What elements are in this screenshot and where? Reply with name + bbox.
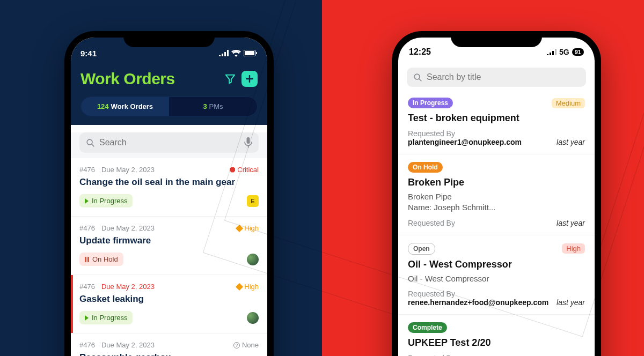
search-box[interactable] [79,132,259,153]
request-subtitle: Oil - West Compressor [408,273,585,284]
order-title: Gasket leaking [79,294,259,305]
card-top: OpenHigh [408,243,585,255]
network-label: 5G [559,48,569,56]
phone-frame-right: 12:25 5G 91 In ProgressMediumTest - brok… [392,31,601,356]
status-chip-in-progress: In Progress [79,194,133,207]
status-pill: Open [408,243,435,255]
requester-email: plantengineer1@onupkeep.com [408,138,522,146]
work-order-card[interactable]: #476Due May 2, 2023NoneReassemble gearbo… [71,333,267,356]
requester-email: renee.hernandez+food@onupkeep.com [408,298,548,307]
due-date: Due May 2, 2023 [101,341,155,349]
svg-rect-2 [256,52,257,54]
card-top: On Hold [408,162,585,173]
card-top: Complete [408,322,585,333]
page-title: Work Orders [80,70,175,88]
age-label: last year [557,219,585,227]
search-box[interactable] [407,68,586,87]
phone-notch [123,31,215,47]
requested-by: Requested Byrenee.hernandez+food@onupkee… [408,290,548,307]
request-card[interactable]: OpenHighOil - West CompressorOil - West … [398,235,595,315]
play-icon [85,315,89,321]
search-icon [413,73,422,82]
request-title: Test - broken equipment [408,113,585,124]
plus-icon [246,75,253,83]
battery-pill: 91 [572,48,584,56]
priority-icon [233,342,240,348]
request-title: Oil - West Compressor [408,259,585,270]
tab-label: PMs [209,102,223,110]
request-title: UPKEEP Test 2/20 [408,337,585,348]
tab-count: 124 [97,102,109,110]
priority-tag: None [233,341,259,349]
svg-rect-1 [245,51,254,55]
search-icon [86,138,95,147]
card-meta: #476Due May 2, 2023None [79,341,259,349]
card-footer: Requested Byplantengineer1@onupkeep.coml… [408,129,585,146]
severity-tag: High [562,243,585,254]
phone-notch [451,31,542,47]
status-chip-in-progress: In Progress [79,311,133,324]
wifi-icon [231,50,241,57]
card-meta: #476Due May 2, 2023High [79,283,259,291]
order-id: #476 [79,283,95,291]
search-input[interactable] [427,72,580,82]
order-id: #476 [79,166,95,174]
card-footer: Requested By [408,354,585,356]
card-footer: In Progress [79,311,259,324]
card-footer: Requested Byrenee.hernandez+food@onupkee… [408,290,585,307]
age-label: last year [557,138,585,146]
segment-control: 124Work Orders 3PMs [80,97,258,116]
request-title: Broken Pipe [408,177,585,188]
comparison-stage: 9:41 Work Orders [0,0,644,356]
assignee-avatar [247,312,259,324]
priority-icon [236,283,243,290]
header-dark: 9:41 Work Orders [71,38,267,125]
screen-right: 12:25 5G 91 In ProgressMediumTest - brok… [398,38,595,356]
status-time: 12:25 [409,47,431,57]
status-time: 9:41 [80,49,97,58]
status-bar: 9:41 [80,45,258,61]
tab-count: 3 [203,102,207,110]
request-subtitle: Broken PipeName: Joseph Schmitt... [408,191,585,213]
tab-work-orders[interactable]: 124Work Orders [81,97,169,116]
status-pill: Complete [408,322,447,333]
status-pill: On Hold [408,162,443,173]
severity-tag: Medium [552,98,585,108]
signal-icon [547,49,557,55]
due-date: Due May 2, 2023 [101,166,155,174]
order-id: #476 [79,341,95,349]
battery-icon [244,50,258,56]
priority-tag: High [237,283,259,291]
right-panel: 12:25 5G 91 In ProgressMediumTest - brok… [322,0,644,356]
card-footer: Requested Bylast year [408,219,585,227]
pause-icon [85,257,89,262]
order-id: #476 [79,224,95,232]
play-icon [85,198,89,204]
filter-icon[interactable] [224,73,236,85]
card-top: In ProgressMedium [408,98,585,108]
status-pill: In Progress [408,98,453,108]
work-order-card[interactable]: #476Due May 2, 2023HighGasket leakingIn … [71,275,267,333]
svg-point-5 [414,74,420,79]
tab-label: Work Orders [111,102,153,110]
add-button[interactable] [241,71,258,87]
status-indicators: 5G 91 [547,48,584,56]
status-chip-on-hold: On Hold [79,253,123,266]
due-date: Due May 2, 2023 [101,283,155,291]
requested-by: Requested By [408,219,455,227]
order-title: Reassemble gearbox [79,352,259,356]
signal-icon [219,50,229,56]
status-indicators [219,50,258,57]
age-label: last year [557,298,585,307]
search-input[interactable] [99,138,240,147]
request-card[interactable]: On HoldBroken PipeBroken PipeName: Josep… [398,154,595,235]
requested-by: Requested By [408,354,455,356]
request-card[interactable]: CompleteUPKEEP Test 2/20Requested By [398,315,595,356]
requested-by: Requested Byplantengineer1@onupkeep.com [408,129,522,146]
request-card[interactable]: In ProgressMediumTest - broken equipment… [398,90,595,154]
tab-pms[interactable]: 3PMs [169,97,257,116]
due-date: Due May 2, 2023 [101,224,155,232]
